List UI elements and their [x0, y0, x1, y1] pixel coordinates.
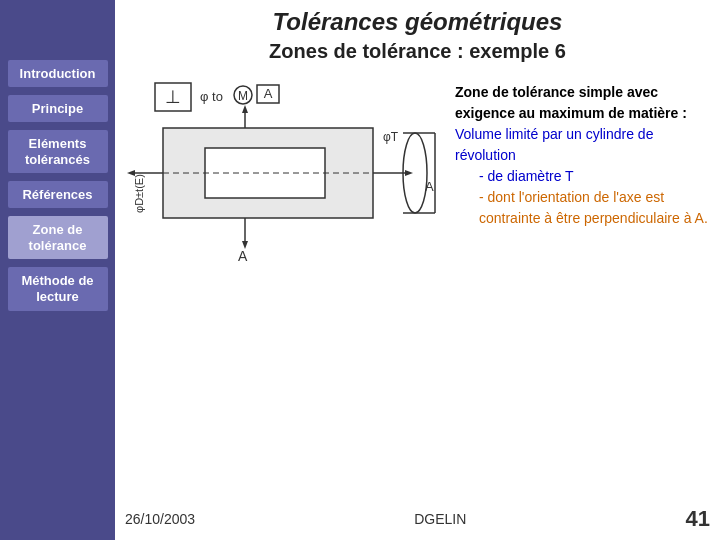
description-panel: Zone de tolérance simple avec exigence a… — [445, 73, 710, 229]
svg-text:A: A — [425, 179, 434, 194]
diagram-svg: ⊥ φ to M A φD±t(E) φT — [125, 73, 445, 273]
sidebar-item-zone-de-tolerance[interactable]: Zone de tolérance — [8, 216, 108, 259]
sidebar-item-introduction[interactable]: Introduction — [8, 60, 108, 87]
svg-text:φD±t(E): φD±t(E) — [133, 174, 145, 213]
footer: 26/10/2003 DGELIN 41 — [115, 506, 720, 532]
svg-text:⊥: ⊥ — [165, 87, 181, 107]
sidebar-item-elements-tolerances[interactable]: Eléments tolérancés — [8, 130, 108, 173]
sidebar-item-references[interactable]: Références — [8, 181, 108, 208]
description-text: Zone de tolérance simple avec exigence a… — [455, 82, 710, 229]
svg-marker-12 — [127, 170, 135, 176]
svg-marker-14 — [405, 170, 413, 176]
diagram-area: ⊥ φ to M A φD±t(E) φT — [125, 73, 710, 273]
desc-line4: - dont l'orientation de l'axe est contra… — [455, 187, 710, 229]
svg-text:φ to: φ to — [200, 89, 223, 104]
footer-author: DGELIN — [414, 511, 466, 527]
footer-date: 26/10/2003 — [125, 511, 195, 527]
page-title: Tolérances géométriques — [125, 0, 710, 36]
svg-text:M: M — [238, 89, 248, 103]
desc-line3: - de diamètre T — [455, 166, 710, 187]
main-content: Tolérances géométriques Zones de toléran… — [115, 0, 720, 540]
sidebar: Introduction Principe Eléments tolérancé… — [0, 0, 115, 540]
desc-line1: Zone de tolérance simple avec exigence a… — [455, 82, 710, 124]
svg-text:A: A — [238, 248, 248, 264]
svg-text:A: A — [264, 86, 273, 101]
sidebar-item-principe[interactable]: Principe — [8, 95, 108, 122]
svg-text:φT: φT — [383, 130, 399, 144]
svg-marker-25 — [242, 105, 248, 113]
desc-line2: Volume limité par un cylindre de révolut… — [455, 124, 710, 166]
section-title: Zones de tolérance : exemple 6 — [125, 40, 710, 63]
sidebar-item-methode-de-lecture[interactable]: Méthode de lecture — [8, 267, 108, 310]
footer-page-number: 41 — [686, 506, 710, 532]
